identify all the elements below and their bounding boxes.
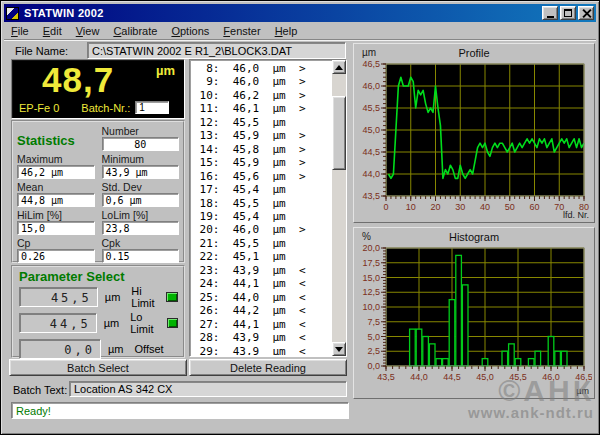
stat-number: Number 80 — [102, 125, 180, 151]
batch-nr-input[interactable]: 1 — [135, 101, 169, 114]
lcd-unit: µm — [156, 63, 175, 78]
reading-row[interactable]: 15: 45,9 µm > — [193, 156, 330, 169]
svg-text:45,0: 45,0 — [362, 125, 380, 135]
svg-text:46,0: 46,0 — [542, 372, 560, 382]
scroll-up-button[interactable] — [332, 60, 346, 74]
lcd-display: µm 48,7 EP-Fe 0 Batch-Nr.: 1 — [11, 59, 185, 119]
status-bar: Ready! — [11, 402, 349, 419]
readings-scrollbar[interactable] — [332, 60, 346, 356]
batch-select-button[interactable]: Batch Select — [9, 359, 187, 376]
svg-text:44,5: 44,5 — [443, 372, 461, 382]
stat-cpk: Cpk 0.15 — [102, 237, 180, 263]
profile-chart-panel: µm Profile 0102030405060708043,544,044,5… — [353, 43, 595, 223]
svg-text:40: 40 — [480, 202, 490, 212]
reading-row[interactable]: 26: 44,2 µm < — [193, 304, 330, 317]
stat-minimum-value: 43,9 µm — [102, 165, 180, 179]
reading-row[interactable]: 10: 46,2 µm > — [193, 89, 330, 102]
stat-maximum-value: 46,2 µm — [17, 165, 95, 179]
reading-row[interactable]: 27: 44,1 µm < — [193, 318, 330, 331]
reading-row[interactable]: 21: 45,5 µm — [193, 237, 330, 250]
reading-row[interactable]: 22: 45,1 µm — [193, 250, 330, 263]
svg-text:44,0: 44,0 — [410, 372, 428, 382]
app-icon[interactable] — [6, 7, 19, 20]
svg-text:44,5: 44,5 — [362, 147, 380, 157]
readings-rows: 8: 46,0 µm > 9: 46,0 µm > 10: 46,2 µm > … — [193, 62, 330, 355]
reading-row[interactable]: 29: 43,9 µm < — [193, 345, 330, 355]
stat-hilim: HiLim [%] 15,0 — [17, 209, 95, 235]
title-bar[interactable]: STATWIN 2002 — [4, 4, 596, 22]
reading-row[interactable]: 20: 46,0 µm > — [193, 223, 330, 236]
close-button[interactable] — [578, 6, 594, 20]
svg-text:46,5: 46,5 — [575, 372, 592, 382]
svg-text:17,5: 17,5 — [362, 258, 380, 268]
readings-list[interactable]: 8: 46,0 µm > 9: 46,0 µm > 10: 46,2 µm > … — [189, 59, 347, 357]
reading-row[interactable]: 19: 45,4 µm — [193, 210, 330, 223]
arrow-up-icon — [335, 65, 343, 70]
stat-cp: Cp 0.26 — [17, 237, 95, 263]
reading-row[interactable]: 25: 44,0 µm < — [193, 291, 330, 304]
maximize-icon — [564, 9, 572, 17]
reading-row[interactable]: 23: 43,9 µm < — [193, 264, 330, 277]
scroll-down-button[interactable] — [332, 342, 346, 356]
hi-limit-value[interactable]: 45,5 — [19, 287, 98, 307]
stat-cpk-value: 0.15 — [102, 249, 180, 263]
stat-cp-value: 0.26 — [17, 249, 95, 263]
statistics-panel: Statistics Number 80 Maximum 46,2 µm Min… — [11, 120, 185, 263]
minimize-icon — [547, 16, 554, 18]
svg-text:15,0: 15,0 — [362, 273, 380, 283]
stat-mean: Mean 44,8 µm — [17, 181, 95, 207]
close-icon — [582, 9, 591, 18]
menu-options[interactable]: Options — [164, 23, 216, 40]
stat-lolim: LoLim [%] 23,8 — [102, 209, 180, 235]
menu-edit[interactable]: Edit — [36, 23, 69, 40]
reading-row[interactable]: 17: 45,4 µm — [193, 183, 330, 196]
menu-file[interactable]: File — [4, 23, 36, 40]
reading-row[interactable]: 24: 44,1 µm < — [193, 277, 330, 290]
arrow-down-icon — [335, 347, 343, 352]
hi-limit-led[interactable] — [166, 292, 178, 302]
batch-text-field[interactable]: Location AS 342 CX — [69, 381, 347, 397]
svg-text:45,0: 45,0 — [476, 372, 494, 382]
offset-value[interactable]: 0,0 — [19, 339, 101, 359]
delete-reading-button[interactable]: Delete Reading — [189, 359, 347, 376]
svg-text:7,5: 7,5 — [367, 317, 380, 327]
lo-limit-value[interactable]: 44,5 — [19, 313, 97, 333]
svg-text:50: 50 — [505, 202, 515, 212]
svg-text:44,0: 44,0 — [362, 169, 380, 179]
app-window: STATWIN 2002 File Edit View Calibrate Op… — [0, 0, 600, 435]
scroll-thumb[interactable] — [332, 96, 346, 170]
reading-row[interactable]: 9: 46,0 µm > — [193, 75, 330, 88]
hi-limit-unit: µm — [105, 291, 121, 303]
svg-text:43,5: 43,5 — [362, 191, 380, 201]
reading-row[interactable]: 18: 45,5 µm — [193, 197, 330, 210]
maximize-button[interactable] — [560, 6, 576, 20]
reading-row[interactable]: 13: 45,9 µm > — [193, 129, 330, 142]
svg-text:46,0: 46,0 — [362, 81, 380, 91]
menu-calibrate[interactable]: Calibrate — [106, 23, 164, 40]
reading-row[interactable]: 8: 46,0 µm > — [193, 62, 330, 75]
menu-view[interactable]: View — [69, 23, 107, 40]
reading-row[interactable]: 14: 45,8 µm > — [193, 143, 330, 156]
profile-chart-title: Profile — [354, 47, 594, 59]
offset-row: 0,0 µm Offset — [19, 339, 178, 359]
svg-text:2,5: 2,5 — [367, 346, 380, 356]
reading-row[interactable]: 16: 45,6 µm > — [193, 170, 330, 183]
svg-text:µm: µm — [576, 386, 589, 396]
svg-text:60: 60 — [529, 202, 539, 212]
hi-limit-label: Hi Limit — [131, 285, 166, 309]
menu-help[interactable]: Help — [268, 23, 305, 40]
menu-fenster[interactable]: Fenster — [216, 23, 267, 40]
svg-text:0: 0 — [383, 202, 388, 212]
parameter-select-panel: Parameter Select 45,5 µm Hi Limit 44,5 µ… — [11, 265, 185, 358]
reading-row[interactable]: 28: 43,9 µm < — [193, 331, 330, 344]
file-name-field[interactable]: C:\STATWIN 2002 E R1_2\BLOCK3.DAT — [87, 42, 346, 59]
parameter-select-title: Parameter Select — [19, 269, 125, 284]
lo-limit-led[interactable] — [167, 318, 178, 328]
svg-text:20: 20 — [430, 202, 440, 212]
minimize-button[interactable] — [542, 6, 558, 20]
reading-row[interactable]: 11: 46,1 µm > — [193, 102, 330, 115]
reading-row[interactable]: 12: 45,5 µm — [193, 116, 330, 129]
lo-limit-unit: µm — [104, 317, 120, 329]
svg-text:45,5: 45,5 — [362, 103, 380, 113]
svg-text:46,5: 46,5 — [362, 60, 380, 69]
